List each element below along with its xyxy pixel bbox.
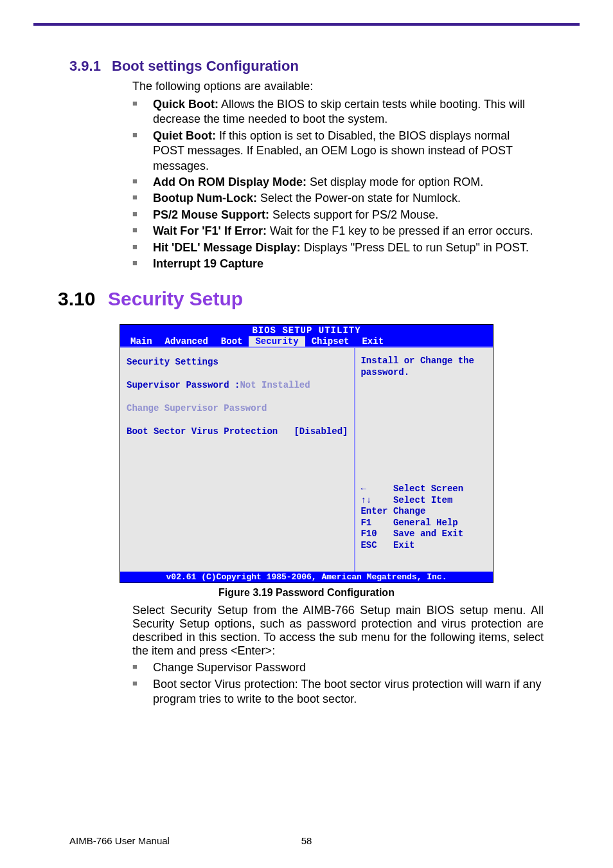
bios-nav-keys: ← Select Screen ↑↓ Select Item Enter Cha… <box>360 484 488 551</box>
bios-right-pane: Install or Change the password. ← Select… <box>355 347 493 572</box>
list-item-text: Selects support for PS/2 Mouse. <box>269 208 438 221</box>
body-paragraph: Select Security Setup from the AIMB-766 … <box>132 604 544 658</box>
subsection-header: 3.9.1 Boot settings Configuration <box>69 58 544 75</box>
list-item: Boot sector Virus protection: The boot s… <box>132 677 544 707</box>
bvp-value: [Disabled] <box>283 426 348 437</box>
supervisor-password-row: Supervisor Password :Not Installed <box>127 380 348 390</box>
bios-help-text: Install or Change the password. <box>360 356 488 378</box>
bios-tabs: Main Advanced Boot Security Chipset Exit <box>120 336 493 347</box>
list-item-label: Quick Boot: <box>153 98 218 111</box>
nav-select-screen: ← Select Screen <box>360 484 488 495</box>
figure-caption: Figure 3.19 Password Configuration <box>69 587 544 599</box>
list-item: Hit 'DEL' Message Display: Displays "Pre… <box>132 240 544 255</box>
list-item-text: Boot sector Virus protection: The boot s… <box>153 678 542 705</box>
tab-advanced[interactable]: Advanced <box>159 336 215 347</box>
list-item-label: Add On ROM Display Mode: <box>153 176 306 188</box>
bvp-label: Boot Sector Virus Protection <box>127 426 283 437</box>
list-item: Quiet Boot: If this option is set to Dis… <box>132 129 544 174</box>
list-item: Change Supervisor Password <box>132 660 544 675</box>
nav-enter: Enter Change <box>360 506 488 518</box>
list-item: Add On ROM Display Mode: Set display mod… <box>132 175 544 190</box>
section-title: Security Setup <box>108 288 243 310</box>
list-item-label: Interrupt 19 Capture <box>153 257 263 270</box>
list-item-text: Wait for the F1 key to be pressed if an … <box>267 224 533 237</box>
subsection-number: 3.9.1 <box>69 58 112 75</box>
bios-screenshot: BIOS SETUP UTILITY Main Advanced Boot Se… <box>120 324 493 583</box>
change-supervisor-password[interactable]: Change Supervisor Password <box>127 403 348 413</box>
list-item-text: Change Supervisor Password <box>153 661 306 674</box>
list-item-text: Displays "Press DEL to run Setup" in POS… <box>301 241 529 254</box>
supervisor-password-label: Supervisor Password : <box>127 380 240 390</box>
footer-doc-title: AIMB-766 User Manual <box>69 835 170 846</box>
page-footer: AIMB-766 User Manual 58 <box>69 835 544 846</box>
list-item: Interrupt 19 Capture <box>132 257 544 271</box>
bios-body: Security Settings Supervisor Password :N… <box>120 347 493 572</box>
bios-title: BIOS SETUP UTILITY <box>120 325 493 336</box>
nav-f10: F10 Save and Exit <box>360 529 488 540</box>
tab-security[interactable]: Security <box>249 336 305 347</box>
nav-select-item: ↑↓ Select Item <box>360 495 488 507</box>
page-number: 58 <box>301 835 312 846</box>
list-item-text: Set display mode for option ROM. <box>306 176 483 188</box>
boot-sector-virus-row[interactable]: Boot Sector Virus Protection [Disabled] <box>127 426 348 437</box>
nav-esc: ESC Exit <box>360 540 488 552</box>
list-item: PS/2 Mouse Support: Selects support for … <box>132 208 544 222</box>
list-item-label: Hit 'DEL' Message Display: <box>153 241 301 254</box>
security-settings-heading: Security Settings <box>127 357 348 367</box>
list-item-text: Select the Power-on state for Numlock. <box>257 192 461 204</box>
list-item-label: Quiet Boot: <box>153 129 216 142</box>
bios-left-pane: Security Settings Supervisor Password :N… <box>120 347 355 572</box>
tab-chipset[interactable]: Chipset <box>305 336 356 347</box>
supervisor-password-value: Not Installed <box>240 380 310 390</box>
tab-exit[interactable]: Exit <box>355 336 390 347</box>
tab-main[interactable]: Main <box>124 336 159 347</box>
options-list: Quick Boot: Allows the BIOS to skip cert… <box>132 97 544 271</box>
list-item-label: Wait For 'F1' If Error: <box>153 224 267 237</box>
section-number: 3.10 <box>58 288 108 310</box>
nav-f1: F1 General Help <box>360 518 488 529</box>
page-content: 3.9.1 Boot settings Configuration The fo… <box>0 26 613 707</box>
lead-text: The following options are available: <box>132 80 544 93</box>
list-item-label: Bootup Num-Lock: <box>153 192 257 204</box>
bios-copyright: v02.61 (C)Copyright 1985-2006, American … <box>120 572 493 583</box>
subsection-title: Boot settings Configuration <box>112 58 299 75</box>
body-bullet-list: Change Supervisor Password Boot sector V… <box>132 660 544 707</box>
tab-boot[interactable]: Boot <box>215 336 249 347</box>
list-item: Bootup Num-Lock: Select the Power-on sta… <box>132 191 544 206</box>
list-item: Quick Boot: Allows the BIOS to skip cert… <box>132 97 544 127</box>
section-header: 3.10 Security Setup <box>69 288 544 310</box>
list-item-label: PS/2 Mouse Support: <box>153 208 269 221</box>
list-item: Wait For 'F1' If Error: Wait for the F1 … <box>132 224 544 239</box>
